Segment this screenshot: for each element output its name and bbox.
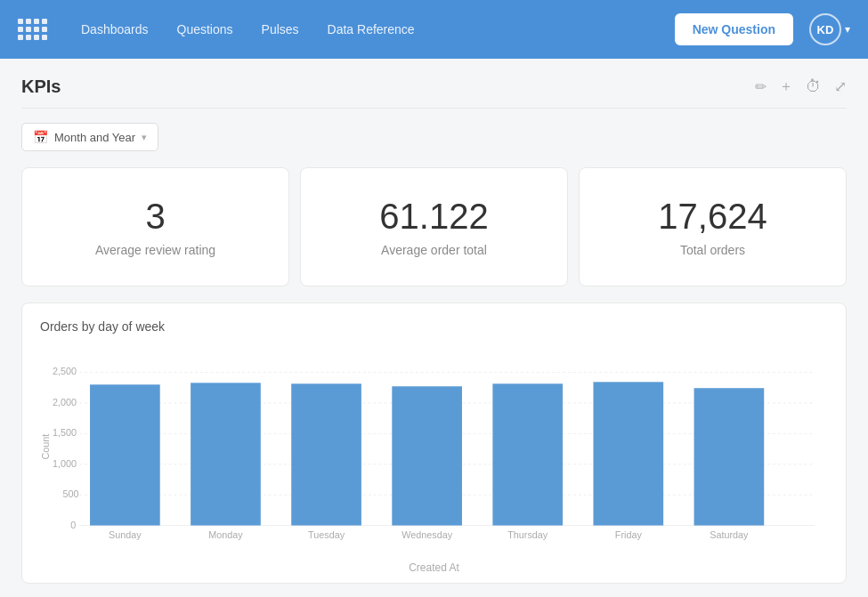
- chart-title: Orders by day of week: [40, 319, 828, 334]
- bar-wednesday: [392, 386, 462, 525]
- nav-pulses[interactable]: Pulses: [249, 15, 312, 44]
- bar-monday: [191, 383, 261, 525]
- dashboard-title: KPIs: [21, 77, 61, 97]
- svg-text:Sunday: Sunday: [109, 529, 142, 540]
- fullscreen-icon[interactable]: ⤢: [834, 77, 847, 96]
- svg-text:Saturday: Saturday: [710, 529, 749, 540]
- kpi-card-0: 3 Average review rating: [21, 167, 289, 286]
- svg-text:0: 0: [70, 520, 76, 530]
- filter-chevron-icon: ▾: [142, 132, 147, 143]
- kpi-label-2: Total orders: [680, 243, 745, 257]
- kpi-value-1: 61.122: [379, 197, 488, 236]
- svg-text:Thursday: Thursday: [507, 529, 548, 540]
- nav-dashboards[interactable]: Dashboards: [69, 15, 161, 44]
- bar-chart: 0 500 1,000 1,500 2,000 2,500 Count Sund…: [40, 344, 828, 558]
- svg-text:500: 500: [62, 488, 78, 499]
- bar-friday: [593, 382, 663, 525]
- avatar[interactable]: KD: [809, 13, 841, 45]
- kpi-row: 3 Average review rating 61.122 Average o…: [21, 167, 847, 286]
- svg-text:Monday: Monday: [208, 529, 243, 540]
- filter-bar: 📅 Month and Year ▾: [21, 123, 847, 151]
- kpi-card-2: 17,624 Total orders: [579, 167, 847, 286]
- kpi-card-1: 61.122 Average order total: [300, 167, 568, 286]
- kpi-value-2: 17,624: [658, 197, 767, 236]
- svg-text:2,000: 2,000: [53, 397, 77, 407]
- header-actions: ✏ ＋ ⏱ ⤢: [755, 77, 847, 96]
- bar-saturday: [694, 388, 765, 525]
- new-question-button[interactable]: New Question: [675, 13, 793, 45]
- kpi-value-0: 3: [145, 197, 165, 236]
- edit-icon[interactable]: ✏: [755, 78, 767, 95]
- header-divider: [21, 108, 847, 109]
- svg-text:Friday: Friday: [615, 529, 643, 540]
- bar-tuesday: [291, 383, 361, 525]
- add-icon[interactable]: ＋: [779, 77, 793, 96]
- nav-links: Dashboards Questions Pulses Data Referen…: [69, 15, 675, 44]
- nav-data-reference[interactable]: Data Reference: [315, 15, 427, 44]
- svg-text:Count: Count: [40, 434, 51, 460]
- x-axis-label: Created At: [40, 561, 828, 574]
- nav-questions[interactable]: Questions: [165, 15, 246, 44]
- navbar: Dashboards Questions Pulses Data Referen…: [0, 0, 868, 59]
- history-icon[interactable]: ⏱: [806, 77, 822, 96]
- kpi-label-1: Average order total: [381, 243, 487, 257]
- dashboard-header: KPIs ✏ ＋ ⏱ ⤢: [21, 77, 847, 97]
- svg-text:1,000: 1,000: [53, 458, 77, 469]
- chart-card: Orders by day of week 0 500 1,000 1,5: [21, 303, 847, 584]
- calendar-icon: 📅: [33, 130, 48, 144]
- bar-sunday: [90, 384, 160, 525]
- main-content: KPIs ✏ ＋ ⏱ ⤢ 📅 Month and Year ▾ 3 Averag…: [0, 59, 868, 597]
- svg-text:2,500: 2,500: [53, 366, 77, 376]
- svg-text:Tuesday: Tuesday: [308, 529, 345, 540]
- bar-thursday: [492, 383, 563, 525]
- svg-text:Wednesday: Wednesday: [402, 529, 452, 540]
- avatar-chevron-icon[interactable]: ▾: [845, 23, 850, 36]
- logo-icon[interactable]: [18, 19, 47, 40]
- month-year-filter[interactable]: 📅 Month and Year ▾: [21, 123, 158, 151]
- svg-text:1,500: 1,500: [53, 427, 77, 438]
- filter-label: Month and Year: [54, 131, 135, 144]
- kpi-label-0: Average review rating: [95, 243, 215, 257]
- chart-area: 0 500 1,000 1,500 2,000 2,500 Count Sund…: [40, 344, 828, 558]
